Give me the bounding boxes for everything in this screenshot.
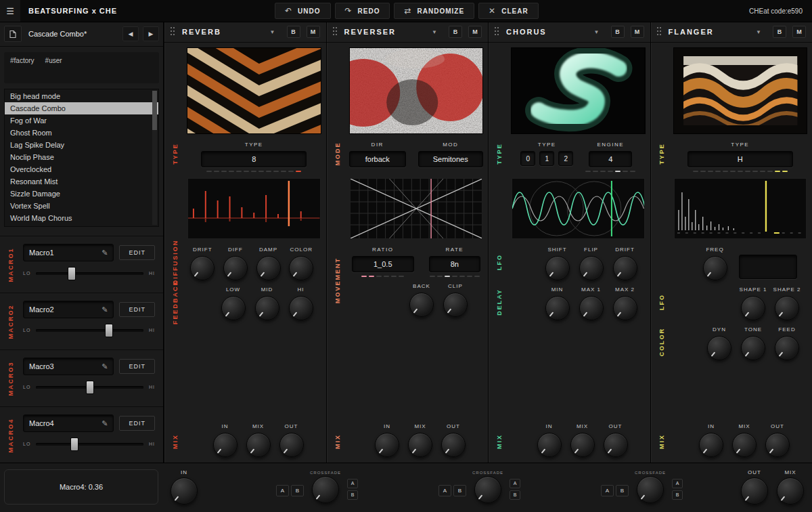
flanger-shape2-knob[interactable]: SHAPE 2 [771,286,803,320]
macro3-slider[interactable] [36,386,143,389]
macro4-edit-button[interactable]: EDIT [119,416,155,431]
reverb-low-knob[interactable]: LOW [218,286,249,320]
global-mix-knob[interactable] [777,477,804,505]
chorus-mix-knob[interactable]: MIX [567,423,598,457]
clear-button[interactable]: ✕CLEAR [478,3,539,19]
crossfade2-knob[interactable] [474,476,501,503]
reverser-in-knob[interactable]: IN [371,423,403,457]
preset-item[interactable]: Big head mode [5,90,158,102]
chorus-type-0-button[interactable]: 0 [520,151,535,166]
global-out-knob[interactable] [741,477,768,505]
knob-dial[interactable] [741,296,765,320]
flanger-dyn-knob[interactable]: DYN [704,326,735,360]
knob-dial[interactable] [570,433,595,457]
edit-pencil-icon[interactable]: ✎ [102,305,108,314]
knob-dial[interactable] [408,433,432,457]
drag-handle-icon[interactable] [495,27,499,37]
knob-dial[interactable] [246,433,271,457]
crossfade3-a-button[interactable]: A [601,485,614,496]
reverb-out-knob[interactable]: OUT [276,423,307,457]
scrollbar-thumb[interactable] [152,91,157,130]
crossfade3-knob[interactable] [637,476,664,503]
crossfade2-b-button[interactable]: B [453,485,466,496]
edit-pencil-icon[interactable]: ✎ [102,362,108,371]
redo-button[interactable]: ↷REDO [335,3,390,19]
crossfade2-a-button[interactable]: A [438,485,451,496]
macro4-name-field[interactable]: Macro4✎ [23,414,114,432]
flanger-type-slider[interactable]: H [687,151,793,167]
knob-dial[interactable] [223,256,248,280]
chorus-b-button[interactable]: B [611,26,625,38]
knob-dial[interactable] [579,256,604,280]
crossfade2-a-toggle[interactable]: A [510,479,520,488]
knob-dial[interactable] [732,433,757,457]
macro1-slider-handle[interactable] [68,267,76,280]
knob-dial[interactable] [741,336,765,360]
crossfade1-a-button[interactable]: A [276,485,289,496]
chorus-shift-knob[interactable]: SHIFT [542,247,573,280]
preset-item[interactable]: Fog of War [5,114,158,127]
flanger-m-button[interactable]: M [792,26,806,38]
chorus-m-button[interactable]: M [631,26,644,38]
reverb-drift-knob[interactable]: DRIFT [187,247,218,280]
reverser-mix-knob[interactable]: MIX [405,423,436,457]
macro1-name-field[interactable]: Macro1✎ [23,244,114,261]
macro1-slider[interactable] [36,272,143,275]
crossfade1-a-toggle[interactable]: A [347,479,358,488]
macro3-slider-handle[interactable] [86,381,94,394]
knob-dial[interactable] [443,293,468,317]
reverb-damp-knob[interactable]: DAMP [253,247,284,280]
macro2-name-field[interactable]: Macro2✎ [23,301,114,318]
flanger-shape1-knob[interactable]: SHAPE 1 [738,286,769,320]
knob-dial[interactable] [221,296,246,320]
reverb-b-button[interactable]: B [287,26,300,38]
reverb-mid-knob[interactable]: MID [252,286,283,320]
reverser-dir-selector[interactable]: forback [349,151,406,167]
reverser-ratio-slider[interactable]: 1_0.5 [352,256,414,272]
macro2-edit-button[interactable]: EDIT [119,302,155,317]
chevron-down-icon[interactable]: ▼ [589,29,605,35]
knob-dial[interactable] [255,296,279,320]
macro3-name-field[interactable]: Macro3✎ [23,358,114,375]
preset-item[interactable]: Vortex Spell [5,200,158,212]
drag-handle-icon[interactable] [333,27,338,37]
reverb-mix-knob[interactable]: MIX [243,423,274,457]
preset-item[interactable]: Overclocked [5,163,158,175]
reverser-rate-selector[interactable]: 8n [429,256,480,272]
knob-dial[interactable] [775,336,799,360]
knob-dial[interactable] [604,433,628,457]
undo-button[interactable]: ↶UNDO [275,3,331,19]
knob-dial[interactable] [409,293,434,317]
macro1-edit-button[interactable]: EDIT [119,245,155,260]
chorus-flip-knob[interactable]: FLIP [576,247,607,280]
reverser-mod-selector[interactable]: Semitones [418,151,483,167]
macro2-slider-handle[interactable] [105,324,113,337]
chorus-min-knob[interactable]: MIN [542,286,573,320]
next-preset-button[interactable]: ▶ [143,26,159,41]
preset-item[interactable]: Resonant Mist [5,175,158,188]
chorus-max1-knob[interactable]: MAX 1 [576,286,607,320]
global-in-knob[interactable] [171,477,198,505]
crossfade1-b-button[interactable]: B [291,485,304,496]
preset-list-scrollbar[interactable] [152,91,157,225]
flanger-in-knob[interactable]: IN [696,423,727,457]
knob-dial[interactable] [537,433,562,457]
knob-dial[interactable] [441,433,466,457]
knob-dial[interactable] [775,296,799,320]
macro2-slider[interactable] [36,329,143,332]
reverser-back-knob[interactable]: BACK [406,283,437,317]
knob-dial[interactable] [289,296,313,320]
crossfade2-b-toggle[interactable]: B [510,490,520,500]
macro4-slider[interactable] [36,443,143,446]
knob-dial[interactable] [707,336,731,360]
chevron-down-icon[interactable]: ▼ [750,29,767,35]
crossfade3-b-button[interactable]: B [616,485,629,496]
crossfade3-a-toggle[interactable]: A [672,479,683,488]
flanger-freq-knob[interactable]: FREQ [700,247,731,280]
current-preset-name[interactable]: Cascade Combo* [26,30,118,38]
previous-preset-button[interactable]: ◀ [122,26,139,41]
menu-icon[interactable]: ☰ [0,0,20,22]
reverb-type-slider[interactable]: 8 [201,151,307,167]
knob-dial[interactable] [613,256,637,280]
drag-handle-icon[interactable] [657,27,662,37]
